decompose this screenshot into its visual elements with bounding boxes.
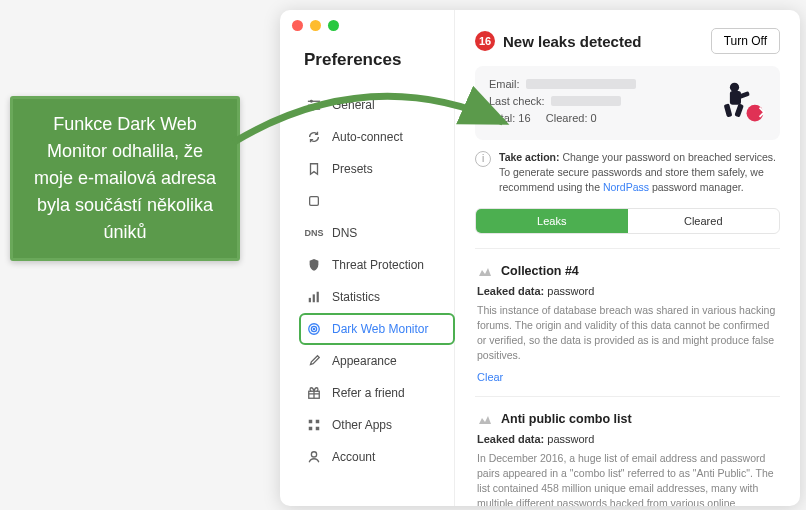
email-value-redacted bbox=[526, 79, 636, 89]
main-content: 16 New leaks detected Turn Off Email: La… bbox=[455, 10, 800, 506]
leak-sub-label: Leaked data: bbox=[477, 433, 544, 445]
svg-point-20 bbox=[730, 83, 739, 92]
action-bold: Take action: bbox=[499, 151, 560, 163]
user-icon bbox=[306, 449, 322, 465]
leak-description: This instance of database breach was sha… bbox=[477, 303, 778, 364]
grid-icon bbox=[306, 417, 322, 433]
leak-description: In December 2016, a huge list of email a… bbox=[477, 451, 778, 506]
leak-item: Anti public combo list Leaked data: pass… bbox=[475, 396, 780, 506]
svg-rect-1 bbox=[308, 105, 320, 106]
svg-point-4 bbox=[315, 104, 318, 107]
sidebar: Preferences General Auto-connect Presets bbox=[280, 10, 455, 506]
leak-sub-value: password bbox=[544, 433, 594, 445]
page-title: New leaks detected bbox=[503, 33, 641, 50]
sidebar-item-account[interactable]: Account bbox=[300, 442, 454, 472]
database-icon bbox=[477, 411, 493, 427]
svg-point-19 bbox=[747, 105, 764, 122]
bookmark-icon bbox=[306, 161, 322, 177]
svg-rect-16 bbox=[309, 427, 313, 431]
sidebar-item-appearance[interactable]: Appearance bbox=[300, 346, 454, 376]
leak-sub-value: password bbox=[544, 285, 594, 297]
turn-off-button[interactable]: Turn Off bbox=[711, 28, 780, 54]
thief-running-icon bbox=[716, 78, 766, 128]
svg-rect-23 bbox=[734, 103, 744, 117]
annotation-callout: Funkce Dark Web Monitor odhalila, že moj… bbox=[10, 96, 240, 261]
sidebar-item-label: Statistics bbox=[332, 290, 380, 304]
radar-icon bbox=[306, 321, 322, 337]
sidebar-item-label: Presets bbox=[332, 162, 373, 176]
box-icon bbox=[306, 193, 322, 209]
content-header: 16 New leaks detected Turn Off bbox=[475, 28, 780, 54]
sidebar-item-unknown[interactable] bbox=[300, 186, 454, 216]
sidebar-item-threat[interactable]: Threat Protection bbox=[300, 250, 454, 280]
action-text-2: password manager. bbox=[649, 181, 744, 193]
sidebar-item-label: General bbox=[332, 98, 375, 112]
sidebar-item-label: Other Apps bbox=[332, 418, 392, 432]
brush-icon bbox=[306, 353, 322, 369]
bars-icon bbox=[306, 289, 322, 305]
callout-text: Funkce Dark Web Monitor odhalila, že moj… bbox=[34, 114, 216, 242]
email-label: Email: bbox=[489, 78, 520, 90]
sidebar-item-label: Refer a friend bbox=[332, 386, 405, 400]
sidebar-item-refer[interactable]: Refer a friend bbox=[300, 378, 454, 408]
svg-rect-8 bbox=[313, 294, 315, 302]
preferences-window: Preferences General Auto-connect Presets bbox=[280, 10, 800, 506]
leak-title: Anti public combo list bbox=[501, 412, 632, 426]
sidebar-item-darkweb[interactable]: Dark Web Monitor bbox=[300, 314, 454, 344]
leak-tabs: Leaks Cleared bbox=[475, 208, 780, 234]
leak-count-badge: 16 bbox=[475, 31, 495, 51]
svg-rect-9 bbox=[317, 292, 319, 303]
leak-item: Collection #4 Leaked data: password This… bbox=[475, 248, 780, 396]
sidebar-item-otherapps[interactable]: Other Apps bbox=[300, 410, 454, 440]
sidebar-item-label: Account bbox=[332, 450, 375, 464]
svg-rect-17 bbox=[316, 427, 320, 431]
svg-point-5 bbox=[312, 108, 315, 111]
sidebar-item-label: Threat Protection bbox=[332, 258, 424, 272]
totals-text: Total: 16 Cleared: 0 bbox=[489, 112, 597, 124]
lastcheck-label: Last check: bbox=[489, 95, 545, 107]
sidebar-item-label: DNS bbox=[332, 226, 357, 240]
leak-title: Collection #4 bbox=[501, 264, 579, 278]
svg-rect-22 bbox=[724, 103, 733, 117]
svg-rect-14 bbox=[309, 420, 313, 424]
svg-rect-0 bbox=[308, 101, 320, 102]
nordpass-link[interactable]: NordPass bbox=[603, 181, 649, 193]
refresh-icon bbox=[306, 129, 322, 145]
sidebar-item-label: Auto-connect bbox=[332, 130, 403, 144]
sidebar-item-label: Appearance bbox=[332, 354, 397, 368]
sidebar-item-dns[interactable]: DNS DNS bbox=[300, 218, 454, 248]
sidebar-item-stats[interactable]: Statistics bbox=[300, 282, 454, 312]
svg-rect-7 bbox=[309, 298, 311, 302]
info-icon: i bbox=[475, 151, 491, 167]
take-action-notice: i Take action: Change your password on b… bbox=[475, 150, 780, 196]
sidebar-title: Preferences bbox=[300, 50, 454, 70]
sidebar-item-autoconnect[interactable]: Auto-connect bbox=[300, 122, 454, 152]
database-icon bbox=[477, 263, 493, 279]
svg-point-12 bbox=[313, 328, 314, 329]
svg-point-3 bbox=[310, 100, 313, 103]
close-icon[interactable] bbox=[292, 20, 303, 31]
svg-point-18 bbox=[311, 452, 316, 457]
leak-sub-label: Leaked data: bbox=[477, 285, 544, 297]
clear-link[interactable]: Clear bbox=[477, 371, 503, 383]
gift-icon bbox=[306, 385, 322, 401]
tab-cleared[interactable]: Cleared bbox=[628, 209, 780, 233]
sidebar-item-label: Dark Web Monitor bbox=[332, 322, 428, 336]
sidebar-item-presets[interactable]: Presets bbox=[300, 154, 454, 184]
svg-rect-15 bbox=[316, 420, 320, 424]
minimize-icon[interactable] bbox=[310, 20, 321, 31]
shield-icon bbox=[306, 257, 322, 273]
lastcheck-value-redacted bbox=[551, 96, 621, 106]
maximize-icon[interactable] bbox=[328, 20, 339, 31]
sidebar-item-general[interactable]: General bbox=[300, 90, 454, 120]
tab-leaks[interactable]: Leaks bbox=[476, 209, 628, 233]
summary-panel: Email: Last check: Total: 16 Cleared: 0 bbox=[475, 66, 780, 140]
sliders-icon bbox=[306, 97, 322, 113]
dns-icon: DNS bbox=[306, 225, 322, 241]
svg-rect-6 bbox=[310, 197, 319, 206]
window-controls bbox=[292, 20, 339, 31]
